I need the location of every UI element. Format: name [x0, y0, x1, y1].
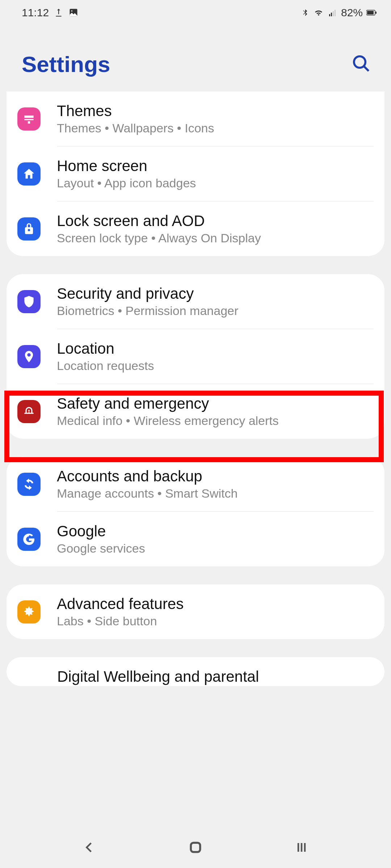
- setting-title: Advanced features: [57, 595, 374, 613]
- nav-recents-button[interactable]: [291, 837, 312, 858]
- setting-subtitle: Themes • Wallpapers • Icons: [57, 121, 374, 135]
- setting-item-accounts[interactable]: Accounts and backup Manage accounts • Sm…: [7, 457, 384, 511]
- nav-home-button[interactable]: [185, 837, 206, 858]
- setting-title: Lock screen and AOD: [57, 212, 374, 230]
- svg-rect-3: [331, 13, 332, 16]
- setting-title: Themes: [57, 102, 374, 120]
- google-icon: [17, 528, 41, 551]
- image-icon: [68, 8, 79, 18]
- setting-subtitle: Manage accounts • Smart Switch: [57, 486, 374, 501]
- svg-rect-2: [329, 14, 330, 16]
- settings-group-3: Advanced features Labs • Side button: [7, 584, 384, 639]
- settings-content: Themes Themes • Wallpapers • Icons Home …: [0, 92, 391, 686]
- status-right: 82%: [301, 7, 377, 19]
- svg-point-1: [71, 10, 73, 12]
- setting-subtitle: Layout • App icon badges: [57, 176, 374, 190]
- setting-title: Location: [57, 340, 374, 357]
- page-title: Settings: [22, 51, 110, 77]
- setting-item-security[interactable]: Security and privacy Biometrics • Permis…: [7, 274, 384, 329]
- setting-item-home-screen[interactable]: Home screen Layout • App icon badges: [7, 146, 384, 201]
- svg-point-9: [354, 56, 366, 68]
- navigation-bar: [0, 826, 391, 868]
- lock-icon: [17, 217, 41, 241]
- svg-rect-4: [333, 11, 334, 16]
- setting-title: Safety and emergency: [57, 395, 374, 412]
- search-button[interactable]: [352, 54, 371, 75]
- setting-item-themes[interactable]: Themes Themes • Wallpapers • Icons: [7, 92, 384, 146]
- setting-subtitle: Screen lock type • Always On Display: [57, 231, 374, 245]
- svg-rect-5: [335, 10, 336, 16]
- sync-icon: [17, 473, 41, 496]
- setting-item-google[interactable]: Google Google services: [7, 512, 384, 566]
- setting-subtitle: Biometrics • Permission manager: [57, 304, 374, 318]
- wifi-icon: [313, 8, 324, 17]
- svg-rect-11: [191, 843, 200, 852]
- settings-group-1: Security and privacy Biometrics • Permis…: [7, 274, 384, 439]
- battery-percent: 82%: [341, 7, 363, 19]
- setting-title: Digital Wellbeing and parental: [57, 668, 374, 685]
- setting-subtitle: Location requests: [57, 359, 374, 373]
- shield-icon: [17, 290, 41, 313]
- setting-title: Home screen: [57, 157, 374, 175]
- upload-icon: [54, 8, 63, 17]
- setting-subtitle: Medical info • Wireless emergency alerts: [57, 414, 374, 428]
- themes-icon: [17, 107, 41, 131]
- setting-subtitle: Labs • Side button: [57, 614, 374, 628]
- location-icon: [17, 345, 41, 368]
- status-left: 11:12: [22, 7, 79, 19]
- home-icon: [17, 162, 41, 186]
- bluetooth-icon: [301, 8, 309, 18]
- setting-title: Security and privacy: [57, 285, 374, 302]
- battery-icon: [366, 9, 377, 16]
- status-time: 11:12: [22, 7, 49, 19]
- setting-item-safety[interactable]: Safety and emergency Medical info • Wire…: [7, 384, 384, 439]
- app-header: Settings: [0, 22, 391, 92]
- nav-back-button[interactable]: [79, 837, 100, 858]
- setting-subtitle: Google services: [57, 541, 374, 556]
- settings-group-partial: Digital Wellbeing and parental: [7, 657, 384, 686]
- advanced-icon: [17, 600, 41, 624]
- svg-line-10: [364, 66, 369, 71]
- signal-icon: [328, 8, 337, 17]
- setting-item-advanced[interactable]: Advanced features Labs • Side button: [7, 584, 384, 639]
- setting-item-lock-screen[interactable]: Lock screen and AOD Screen lock type • A…: [7, 201, 384, 256]
- settings-group-2: Accounts and backup Manage accounts • Sm…: [7, 457, 384, 566]
- setting-title: Google: [57, 523, 374, 540]
- setting-item-location[interactable]: Location Location requests: [7, 329, 384, 384]
- svg-rect-8: [375, 12, 377, 14]
- setting-title: Accounts and backup: [57, 468, 374, 485]
- emergency-icon: [17, 400, 41, 423]
- svg-rect-7: [367, 11, 374, 14]
- settings-group-0: Themes Themes • Wallpapers • Icons Home …: [7, 92, 384, 256]
- status-bar: 11:12 82%: [0, 0, 391, 22]
